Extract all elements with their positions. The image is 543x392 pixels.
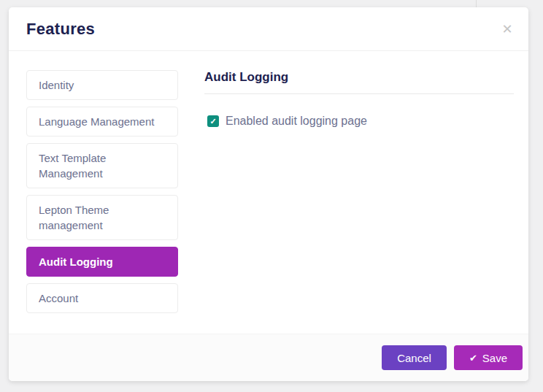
close-button[interactable]: ✕ (498, 20, 517, 39)
check-icon: ✓ (209, 117, 216, 126)
feature-tab-label: Account (39, 292, 78, 304)
cancel-button[interactable]: Cancel (382, 345, 447, 370)
feature-tab-language-management[interactable]: Language Management (26, 107, 178, 137)
cancel-button-label: Cancel (397, 352, 431, 364)
feature-tab-label: Text Template Management (39, 152, 106, 180)
modal-title: Features (26, 20, 95, 39)
modal-body: Identity Language Management Text Templa… (9, 51, 528, 313)
feature-tab-identity[interactable]: Identity (26, 70, 178, 100)
feature-tab-label: Audit Logging (39, 255, 113, 268)
feature-tab-account[interactable]: Account (26, 283, 178, 313)
feature-tab-audit-logging[interactable]: Audit Logging (26, 247, 178, 277)
save-button-label: Save (482, 352, 507, 364)
features-modal: Features ✕ Identity Language Management … (9, 7, 528, 381)
close-icon: ✕ (501, 23, 512, 36)
save-button[interactable]: ✔ Save (454, 345, 523, 370)
checkbox-label: Enabled audit logging page (226, 115, 367, 128)
content-heading: Audit Logging (204, 70, 514, 94)
modal-header: Features ✕ (9, 7, 528, 51)
feature-tab-text-template-management[interactable]: Text Template Management (26, 143, 178, 188)
feature-tab-label: Identity (39, 79, 74, 91)
check-icon: ✔ (469, 353, 477, 363)
modal-footer: Cancel ✔ Save (9, 334, 528, 381)
feature-tab-label: Lepton Theme management (39, 204, 109, 231)
feature-tab-lepton-theme-management[interactable]: Lepton Theme management (26, 195, 178, 240)
feature-tab-label: Language Management (39, 115, 154, 128)
feature-content-panel: Audit Logging ✓ Enabled audit logging pa… (204, 70, 514, 313)
feature-tab-list: Identity Language Management Text Templa… (26, 70, 178, 313)
enabled-audit-logging-row[interactable]: ✓ Enabled audit logging page (207, 115, 514, 128)
enabled-audit-logging-checkbox[interactable]: ✓ (207, 115, 219, 127)
